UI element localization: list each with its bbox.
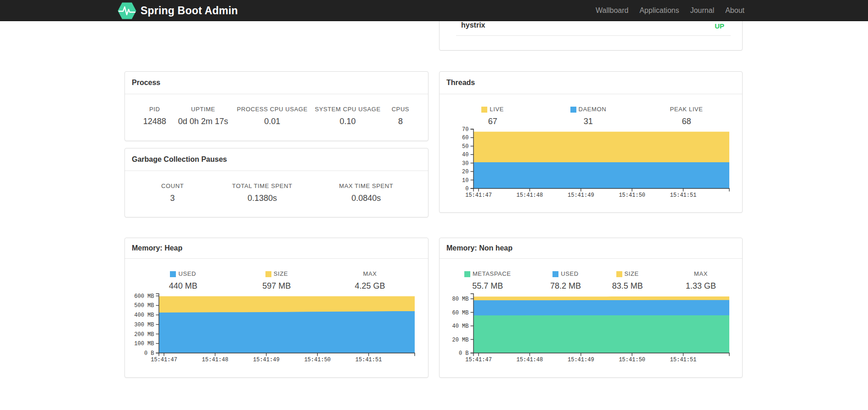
- x-tick-label: 15:41:50: [619, 357, 645, 363]
- legend-swatch-icon: [464, 271, 470, 277]
- metric-value: 31: [584, 115, 593, 127]
- metric-label-text: CPUS: [392, 106, 410, 113]
- metric-pid: PID12488: [125, 106, 184, 127]
- page: Spring Boot Admin Wallboard Applications…: [0, 0, 868, 410]
- heap-panel-title: Memory: Heap: [132, 244, 182, 252]
- metric-value: 83.5 MB: [612, 280, 643, 292]
- threads-metrics: LIVE67DAEMON31PEAK LIVE68: [440, 94, 742, 127]
- metric-value: 0d 0h 2m 17s: [178, 115, 228, 127]
- metric-value: 3: [170, 192, 175, 204]
- metric-value: 55.7 MB: [472, 280, 503, 292]
- metric-daemon: DAEMON31: [546, 106, 631, 127]
- y-tick-label: 500 MB: [134, 302, 154, 309]
- legend-swatch-icon: [552, 271, 558, 277]
- metric-label-text: METASPACE: [473, 270, 511, 278]
- metric-used: USED78.2 MB: [536, 270, 596, 292]
- metric-count: COUNT3: [125, 182, 220, 204]
- metric-label: DAEMON: [570, 106, 607, 113]
- metric-value: 0.0840s: [351, 192, 381, 204]
- nav-item-about[interactable]: About: [720, 0, 750, 21]
- x-tick-label: 15:41:47: [465, 357, 492, 363]
- health-indicator-name: hystrix: [461, 21, 485, 29]
- y-tick-label: 300 MB: [134, 322, 154, 328]
- metric-used: USED440 MB: [125, 270, 241, 292]
- area-series-daemon: [473, 162, 729, 188]
- metric-label-text: PROCESS CPU USAGE: [237, 106, 308, 113]
- area-series-used: [159, 311, 415, 353]
- nav-item-journal[interactable]: Journal: [685, 0, 720, 21]
- y-tick-label: 60 MB: [452, 310, 468, 316]
- y-tick-label: 40: [462, 152, 468, 158]
- metric-label-text: LIVE: [490, 106, 504, 113]
- x-axis-domain: [473, 188, 729, 192]
- metric-max: MAX4.25 GB: [312, 270, 428, 292]
- y-tick-label: 600 MB: [134, 293, 154, 300]
- metric-value: 0.10: [340, 115, 356, 127]
- metric-label-text: DAEMON: [579, 106, 607, 113]
- metric-value: 67: [488, 115, 497, 127]
- metric-label-text: COUNT: [161, 182, 184, 190]
- metric-value: 597 MB: [262, 280, 291, 292]
- metric-process-cpu-usage: PROCESS CPU USAGE0.01: [222, 106, 322, 127]
- metric-label-text: USED: [561, 270, 579, 278]
- metric-label-text: USED: [178, 270, 196, 278]
- metric-value: 0.1380s: [248, 192, 277, 204]
- navbar-brand[interactable]: Spring Boot Admin: [118, 0, 238, 21]
- metric-peak-live: PEAK LIVE68: [631, 106, 742, 127]
- y-axis-domain: [156, 294, 159, 353]
- gc-panel-heading: Garbage Collection Pauses: [125, 148, 428, 171]
- heap-metrics: USED440 MBSIZE597 MBMAX4.25 GB: [125, 259, 428, 292]
- nav-item-wallboard[interactable]: Wallboard: [590, 0, 634, 21]
- x-tick-label: 15:41:48: [517, 357, 543, 363]
- y-tick-label: 100 MB: [134, 341, 154, 347]
- legend-swatch-icon: [170, 271, 176, 277]
- threads-panel-heading: Threads: [440, 72, 742, 94]
- metric-size: SIZE597 MB: [241, 270, 312, 292]
- metric-uptime: UPTIME0d 0h 2m 17s: [184, 106, 222, 127]
- navbar-menu: Wallboard Applications Journal About: [590, 0, 750, 21]
- y-tick-label: 200 MB: [134, 331, 154, 338]
- y-tick-label: 40 MB: [452, 323, 468, 330]
- y-tick-label: 60: [462, 135, 468, 141]
- nonheap-chart: 0 B20 MB40 MB60 MB80 MB15:41:4715:41:481…: [440, 292, 742, 365]
- x-tick-label: 15:41:48: [517, 192, 543, 199]
- metric-system-cpu-usage: SYSTEM CPU USAGE0.10: [322, 106, 373, 127]
- metric-label-text: UPTIME: [191, 106, 215, 113]
- y-tick-label: 10: [462, 177, 468, 184]
- y-tick-label: 0: [465, 186, 468, 192]
- metric-label: LIVE: [481, 106, 504, 113]
- nonheap-metrics: METASPACE55.7 MBUSED78.2 MBSIZE83.5 MBMA…: [440, 259, 742, 292]
- metric-label: SIZE: [616, 270, 639, 278]
- nonheap-panel-title: Memory: Non heap: [446, 244, 513, 252]
- heap-panel-heading: Memory: Heap: [125, 238, 428, 259]
- metric-value: 1.33 GB: [686, 280, 716, 292]
- metric-value: 78.2 MB: [550, 280, 581, 292]
- threads-chart: 01020304050607015:41:4715:41:4815:41:491…: [440, 127, 742, 201]
- process-panel-heading: Process: [125, 72, 428, 94]
- x-tick-label: 15:41:51: [670, 192, 697, 199]
- metric-label: PEAK LIVE: [670, 106, 703, 113]
- area-series-metaspace: [473, 315, 729, 353]
- y-tick-label: 30: [462, 160, 468, 167]
- x-axis-domain: [159, 353, 415, 356]
- threads-panel: Threads LIVE67DAEMON31PEAK LIVE68 010203…: [439, 71, 743, 213]
- metric-label: UPTIME: [191, 106, 215, 113]
- metric-value: 8: [398, 115, 403, 127]
- metric-label-text: MAX TIME SPENT: [339, 182, 393, 190]
- metric-label-text: MAX: [363, 270, 377, 278]
- metric-value: 68: [682, 115, 691, 127]
- nonheap-panel: Memory: Non heap METASPACE55.7 MBUSED78.…: [439, 238, 743, 378]
- y-tick-label: 20: [462, 169, 468, 175]
- x-tick-label: 15:41:51: [670, 357, 697, 363]
- metric-label-text: MAX: [694, 270, 708, 278]
- metric-value: 4.25 GB: [355, 280, 385, 292]
- metric-max: MAX1.33 GB: [659, 270, 742, 292]
- gc-panel-title: Garbage Collection Pauses: [132, 155, 227, 164]
- metric-live: LIVE67: [440, 106, 546, 127]
- legend-swatch-icon: [481, 107, 487, 113]
- metric-size: SIZE83.5 MB: [595, 270, 659, 292]
- x-tick-label: 15:41:50: [304, 357, 331, 363]
- metric-label-text: PID: [149, 106, 160, 113]
- nav-item-applications[interactable]: Applications: [634, 0, 684, 21]
- metric-value: 12488: [143, 115, 166, 127]
